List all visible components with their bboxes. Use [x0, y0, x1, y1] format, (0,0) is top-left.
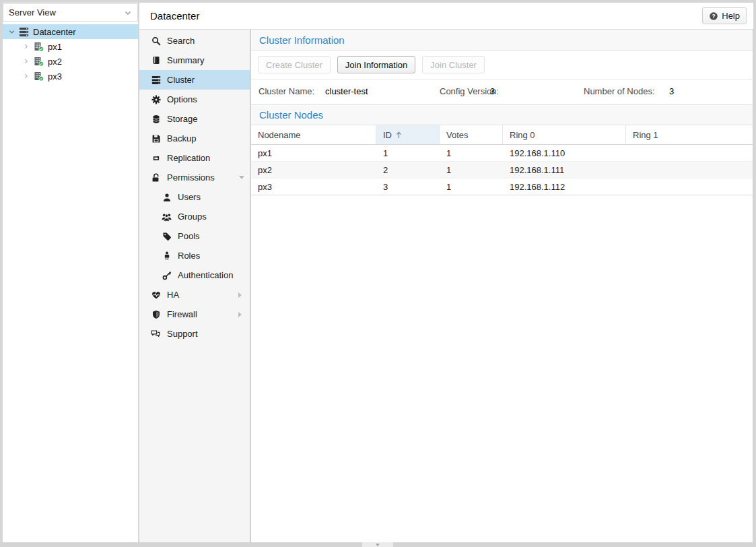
person-icon — [162, 251, 172, 261]
number-of-nodes-value: 3 — [669, 86, 674, 96]
cell-ring0: 192.168.1.111 — [503, 165, 626, 175]
resource-tree-panel: Server View Datacenter — [3, 3, 138, 542]
menu-item-label: Storage — [167, 114, 244, 124]
help-button[interactable]: ? Help — [702, 7, 747, 24]
sort-ascending-icon — [396, 131, 402, 139]
splitter-collapse-handle[interactable] — [362, 542, 393, 547]
menu-item-label: Authentication — [178, 270, 244, 280]
cell-votes: 1 — [440, 148, 503, 158]
tree-item-label: px2 — [48, 57, 62, 67]
menu-item-replication[interactable]: Replication — [139, 148, 250, 168]
content-header-bar: Datacenter ? Help — [139, 3, 753, 30]
expand-chevron-icon[interactable] — [22, 71, 31, 81]
menu-item-label: Pools — [178, 231, 244, 241]
menu-item-support[interactable]: Support — [139, 324, 250, 344]
menu-item-backup[interactable]: Backup — [139, 129, 250, 148]
join-information-button[interactable]: Join Information — [337, 56, 416, 73]
table-row-px2[interactable]: px2 2 1 192.168.1.111 — [251, 162, 753, 179]
column-header-nodename[interactable]: Nodename — [251, 125, 376, 144]
chevron-down-icon — [376, 544, 380, 547]
section-title: Cluster Nodes — [259, 109, 323, 121]
column-header-id[interactable]: ID — [376, 125, 440, 144]
menu-item-permissions[interactable]: Permissions — [139, 168, 250, 187]
database-icon — [151, 114, 161, 124]
datacenter-icon — [18, 27, 30, 37]
tree-item-datacenter[interactable]: Datacenter — [3, 24, 138, 39]
comments-icon — [151, 329, 161, 339]
user-icon — [162, 192, 172, 202]
cell-id: 1 — [376, 148, 440, 158]
tree-item-px3[interactable]: px3 — [3, 69, 138, 84]
datacenter-menu: Search Summary Cluster Options Storage — [139, 30, 250, 542]
menu-item-label: Cluster — [167, 75, 244, 85]
page-title: Datacenter — [150, 10, 702, 22]
menu-item-label: Summary — [167, 55, 244, 65]
expand-chevron-icon[interactable] — [22, 57, 31, 66]
column-header-votes[interactable]: Votes — [440, 125, 503, 144]
cell-id: 3 — [376, 182, 440, 192]
menu-item-groups[interactable]: Groups — [139, 207, 250, 226]
config-version-value: 3 — [490, 86, 495, 96]
collapse-chevron-icon[interactable] — [7, 27, 16, 36]
menu-item-storage[interactable]: Storage — [139, 109, 250, 129]
tree-item-label: px1 — [48, 42, 62, 52]
gear-icon — [151, 94, 161, 104]
view-selector-combo[interactable]: Server View — [3, 3, 138, 22]
menu-item-users[interactable]: Users — [139, 187, 250, 207]
menu-item-label: Groups — [178, 212, 244, 222]
book-icon — [151, 55, 161, 65]
tree-item-label: px3 — [48, 71, 62, 82]
chevron-down-icon — [239, 176, 244, 182]
menu-item-label: Search — [167, 36, 244, 46]
table-row-px3[interactable]: px3 3 1 192.168.1.112 — [251, 179, 753, 195]
tag-icon — [162, 231, 172, 241]
users-icon — [162, 212, 172, 222]
key-icon — [162, 270, 172, 280]
tree-item-px2[interactable]: px2 — [3, 54, 138, 69]
menu-item-pools[interactable]: Pools — [139, 226, 250, 246]
cluster-name-label: Cluster Name: — [259, 86, 314, 96]
create-cluster-button[interactable]: Create Cluster — [258, 56, 331, 73]
menu-item-summary[interactable]: Summary — [139, 51, 250, 70]
menu-item-label: HA — [167, 290, 236, 300]
tree-item-px1[interactable]: px1 — [3, 39, 138, 54]
column-header-ring1[interactable]: Ring 1 — [626, 125, 753, 144]
join-cluster-button[interactable]: Join Cluster — [422, 56, 485, 73]
cluster-nodes-table: Nodename ID Votes Ring 0 Ring 1 px1 1 1 … — [251, 125, 753, 195]
menu-item-options[interactable]: Options — [139, 90, 250, 109]
log-panel-splitter[interactable] — [0, 542, 756, 547]
cell-votes: 1 — [440, 165, 503, 175]
cluster-info-row: Cluster Name: cluster-test Config Versio… — [251, 79, 753, 104]
menu-item-label: Support — [167, 329, 244, 339]
table-row-px1[interactable]: px1 1 1 192.168.1.110 — [251, 145, 753, 162]
section-title: Cluster Information — [259, 34, 345, 46]
floppy-disk-icon — [151, 133, 161, 143]
cluster-content-panel: Cluster Information Create Cluster Join … — [251, 30, 753, 542]
menu-item-cluster[interactable]: Cluster — [139, 70, 250, 90]
shield-icon — [151, 309, 161, 319]
expand-chevron-icon[interactable] — [22, 42, 31, 51]
menu-item-roles[interactable]: Roles — [139, 246, 250, 265]
help-button-label: Help — [722, 11, 740, 21]
column-header-ring0[interactable]: Ring 0 — [503, 125, 626, 144]
heartbeat-icon — [151, 290, 161, 300]
proxmox-datacenter-screen: Server View Datacenter — [0, 0, 756, 547]
cluster-information-header: Cluster Information — [251, 30, 753, 51]
node-online-icon — [33, 71, 44, 82]
menu-item-label: Backup — [167, 133, 244, 143]
menu-item-label: Permissions — [167, 172, 239, 183]
tree-item-label: Datacenter — [33, 27, 76, 37]
retweet-icon — [151, 153, 161, 163]
menu-item-authentication[interactable]: Authentication — [139, 265, 250, 285]
cluster-name-value: cluster-test — [325, 86, 368, 96]
table-header-row: Nodename ID Votes Ring 0 Ring 1 — [251, 125, 753, 145]
menu-item-firewall[interactable]: Firewall — [139, 304, 250, 324]
menu-item-search[interactable]: Search — [139, 31, 250, 51]
menu-item-label: Options — [167, 94, 244, 104]
menu-item-ha[interactable]: HA — [139, 285, 250, 304]
menu-item-label: Roles — [178, 251, 244, 261]
cluster-nodes-header: Cluster Nodes — [251, 104, 753, 125]
search-icon — [151, 36, 161, 46]
number-of-nodes-label: Number of Nodes: — [584, 86, 655, 96]
cluster-toolbar: Create Cluster Join Information Join Clu… — [251, 51, 753, 79]
